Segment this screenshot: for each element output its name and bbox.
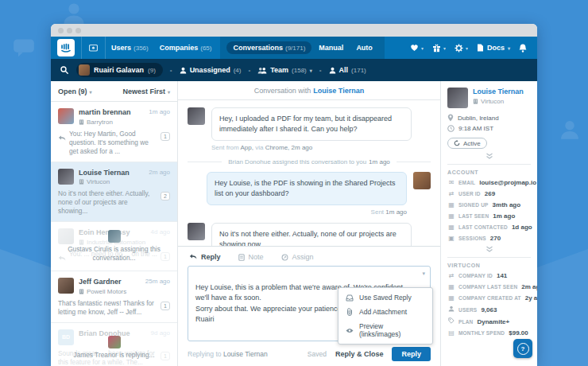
calendar-icon: ▦ (447, 213, 455, 220)
filter-unassigned-count: (4) (234, 67, 242, 74)
account-section-header: ACCOUNT (447, 169, 531, 175)
gift-icon (432, 44, 441, 53)
tab-note[interactable]: Note (238, 253, 264, 261)
sort-dropdown[interactable]: Newest First▾ (122, 88, 170, 95)
window-titlebar (51, 24, 537, 37)
bell-icon (519, 44, 527, 53)
nav-manual[interactable]: Manual (313, 44, 349, 52)
detail-value: 2y ago (525, 294, 537, 302)
filter-team[interactable]: Team (158) ▾ (257, 66, 312, 74)
conversation-list-item[interactable]: BD Brian Donohue 9d ago Sounds great, ..… (51, 323, 177, 366)
contact-name: martin brennan (79, 108, 131, 117)
avatar (413, 172, 431, 189)
avatar (58, 169, 74, 185)
menu-item-label: Add Attachment (359, 308, 407, 316)
detail-label: LAST SEEN (458, 213, 489, 219)
users-icon (447, 306, 455, 313)
gift-menu[interactable]: ▾ (432, 44, 446, 53)
conversation-list-item[interactable]: martin brennan Barrytron 1m ago You: Hey… (51, 102, 177, 162)
nav-companies[interactable]: Companies (65) (154, 44, 218, 52)
calendar-icon: ▦ (447, 224, 455, 231)
nav-users-count: (356) (133, 45, 149, 52)
tab-assign[interactable]: Assign (281, 253, 314, 261)
chevron-down-icon: ▾ (168, 90, 170, 95)
filter-me-count: (9) (148, 67, 156, 74)
app-switcher-icon[interactable] (89, 44, 98, 52)
chevron-down-icon: ▾ (421, 45, 424, 51)
conversation-list: Open (9)▾ Newest First▾ martin brennan B… (51, 81, 178, 366)
collapse-section-control[interactable] (447, 153, 531, 161)
assignment-event-text: Brian Donohue assigned this conversation… (228, 158, 366, 165)
nav-manual-label: Manual (319, 44, 343, 52)
menu-item-add-attachment[interactable]: Add Attachment (338, 305, 432, 319)
filter-me-name: Ruairi Galavan (94, 66, 144, 74)
message-from-user: No it's not there either. Actually, none… (188, 223, 431, 246)
help-button[interactable]: ? (513, 339, 532, 358)
reply-and-close-button[interactable]: Reply & Close (335, 350, 384, 358)
filter-unassigned[interactable]: Unassigned (4) (180, 66, 242, 74)
assignment-event: Brian Donohue assigned this conversation… (188, 158, 431, 165)
profile-company[interactable]: Virtucon (481, 98, 504, 105)
person-icon (180, 67, 187, 74)
open-filter-dropdown[interactable]: Open (9)▾ (58, 88, 92, 95)
meta-channel: App, (240, 144, 253, 151)
composer-options-chevron-icon[interactable]: ▾ (422, 270, 425, 278)
avatar (447, 88, 468, 108)
profile-name[interactable]: Louise Tiernan (473, 88, 524, 96)
filter-all[interactable]: All (171) (329, 66, 366, 74)
detail-row-signed-up: ▦ SIGNED UP 3mth ago (447, 201, 531, 208)
nav-right-icons: ▾ ▾ ▾ Docs ▾ (410, 44, 537, 53)
window-control-zoom[interactable] (75, 28, 81, 33)
docs-menu[interactable]: Docs ▾ (477, 44, 510, 52)
dot-separator: • (319, 67, 322, 74)
refresh-icon (454, 140, 460, 146)
conversation-time: 1m ago (149, 108, 170, 115)
nav-users-label: Users (111, 44, 131, 52)
status-badge-label: Active (463, 140, 481, 147)
conversation-header-prefix: Conversation with (254, 87, 311, 95)
window-control-minimize[interactable] (67, 28, 72, 33)
detail-row-company-last-seen: ▦ COMPANY LAST SEEN 2m ago (447, 283, 531, 290)
settings-menu[interactable]: ▾ (455, 44, 468, 53)
tab-reply[interactable]: Reply (189, 253, 221, 261)
replying-to-name: Louise Tiernan (223, 350, 268, 358)
profile-sidebar: Louise Tiernan Virtucon Dublin, Ireland … (441, 81, 537, 366)
company-icon (79, 289, 84, 294)
meta-browser: Chrome, (265, 144, 290, 151)
person-icon (329, 67, 336, 74)
help-label: ? (521, 345, 525, 352)
message-from-admin: Hey Louise, is the PDF is showing in the… (188, 172, 431, 205)
id-icon: ⇄ (447, 191, 455, 197)
filter-team-label: Team (270, 66, 288, 74)
composer-tabs: Reply Note Assign (189, 253, 431, 261)
tab-note-label: Note (249, 253, 264, 261)
profile-local-time: 9:18 AM IST (447, 125, 531, 132)
nav-auto[interactable]: Auto (350, 44, 378, 52)
nav-conversations[interactable]: Conversations (9/171) (226, 41, 311, 54)
filter-all-label: All (339, 66, 349, 74)
conversation-list-item-selected[interactable]: Louise Tiernan Virtucon 2m ago No it's n… (51, 162, 177, 223)
menu-item-use-saved-reply[interactable]: Use Saved Reply (338, 290, 432, 305)
conversation-list-header: Open (9)▾ Newest First▾ (51, 81, 177, 102)
intercom-logo[interactable] (57, 39, 75, 56)
nav-conversations-count: (9/171) (285, 45, 305, 52)
replying-to-label: Replying to (188, 350, 222, 358)
reply-button[interactable]: Reply (392, 347, 431, 361)
conversation-list-item[interactable]: Jeff Gardner Powell Motors 25m ago That'… (51, 271, 177, 323)
nav-users[interactable]: Users (356) (106, 44, 154, 52)
conversation-header-name[interactable]: Louise Tiernan (313, 87, 364, 95)
heart-icon (410, 44, 419, 52)
window-control-close[interactable] (58, 28, 64, 33)
notifications-button[interactable] (519, 44, 527, 53)
heart-menu[interactable]: ▾ (410, 44, 424, 52)
menu-item-preview[interactable]: Preview (links/images) (338, 319, 432, 341)
detail-label: COMPANY CREATED AT (458, 295, 521, 301)
filter-assigned-to-me[interactable]: Ruairi Galavan (9) (76, 63, 163, 77)
detail-value[interactable]: louise@projmap.io (479, 179, 536, 186)
collapse-section-control[interactable] (447, 246, 531, 254)
conversation-list-item[interactable]: Eoin Hennessy Industrial automation 4d a… (51, 222, 177, 271)
conversation-time: 25m ago (145, 278, 170, 285)
detail-value: $99.00 (509, 329, 528, 337)
search-button[interactable] (60, 66, 68, 74)
detail-row-users: USERS 9,063 (447, 306, 531, 313)
